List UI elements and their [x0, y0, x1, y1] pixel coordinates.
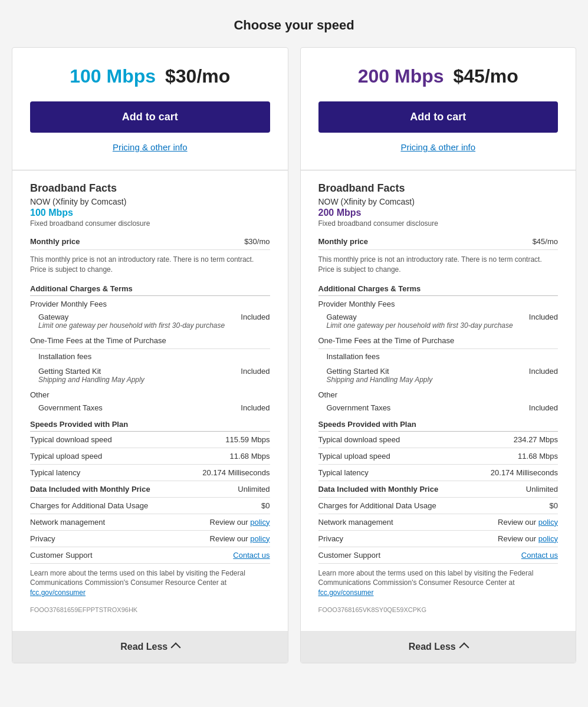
- bf-government-taxes-label-1: Government Taxes: [38, 403, 103, 412]
- bf-upload-value-1: 11.68 Mbps: [230, 452, 270, 461]
- bf-fcc-link-1[interactable]: fcc.gov/consumer: [30, 588, 86, 597]
- bf-download-row-1: Typical download speed 115.59 Mbps: [30, 432, 270, 448]
- chevron-up-icon-1: [171, 643, 181, 653]
- bf-provider-2: NOW (Xfinity by Comcast): [318, 197, 559, 206]
- bf-privacy-row-1: Privacy Review our policy: [30, 531, 270, 547]
- bf-provider-1: NOW (Xfinity by Comcast): [30, 197, 270, 206]
- bf-additional-charges-header-1: Additional Charges & Terms: [30, 279, 270, 296]
- bf-download-label-1: Typical download speed: [30, 435, 112, 444]
- bf-getting-started-row-1: Getting Started Kit Included Shipping an…: [30, 364, 270, 387]
- bf-upload-row-2: Typical upload speed 11.68 Mbps: [318, 448, 559, 465]
- bf-additional-data-label-1: Charges for Additional Data Usage: [30, 501, 148, 510]
- bf-code-1: FOOO37681659EFPPTSTROX96HK: [30, 606, 270, 613]
- bf-privacy-link-2[interactable]: policy: [538, 534, 558, 543]
- add-to-cart-button-2[interactable]: Add to cart: [318, 101, 559, 133]
- bf-other-label-1: Other: [30, 387, 270, 400]
- bf-privacy-value-2: Review our policy: [498, 534, 558, 543]
- bf-additional-data-value-1: $0: [261, 501, 270, 510]
- bf-network-label-1: Network management: [30, 518, 105, 527]
- bf-additional-data-row-2: Charges for Additional Data Usage $0: [318, 498, 559, 514]
- bf-fcc-note-2: Learn more about the terms used on this …: [318, 568, 559, 598]
- bf-monthly-price-value-1: $30/mo: [244, 237, 270, 246]
- bf-latency-value-1: 20.174 Milliseconds: [202, 468, 270, 477]
- bf-shipping-note-2: Shipping and Handling May Apply: [327, 376, 559, 384]
- bf-support-link-2[interactable]: Contact us: [521, 551, 558, 560]
- bf-support-label-2: Customer Support: [318, 551, 381, 560]
- read-less-button-1[interactable]: Read Less: [12, 631, 288, 663]
- read-less-button-2[interactable]: Read Less: [301, 631, 576, 663]
- bf-upload-label-2: Typical upload speed: [318, 452, 390, 461]
- bf-privacy-row-2: Privacy Review our policy: [318, 531, 559, 547]
- bf-government-taxes-row-1: Government Taxes Included: [30, 400, 270, 415]
- bf-network-link-2[interactable]: policy: [538, 518, 558, 527]
- bf-fcc-link-2[interactable]: fcc.gov/consumer: [318, 588, 374, 597]
- bf-government-taxes-value-2: Included: [529, 403, 558, 412]
- bf-support-row-2: Customer Support Contact us: [318, 547, 559, 564]
- chevron-up-icon-2: [459, 643, 469, 653]
- bf-speeds-header-2: Speeds Provided with Plan: [318, 415, 559, 432]
- bf-installation-fees-label-1: Installation fees: [38, 352, 270, 361]
- bf-government-taxes-row-2: Government Taxes Included: [318, 400, 559, 415]
- bf-installation-fees-row-1: Installation fees: [30, 349, 270, 364]
- bf-download-value-1: 115.59 Mbps: [225, 435, 270, 444]
- bf-network-label-2: Network management: [318, 518, 393, 527]
- bf-gateway-note-2: Limit one gateway per household with fir…: [327, 321, 559, 330]
- plan-card-2: 200 Mbps $45/mo Add to cart Pricing & ot…: [300, 47, 577, 663]
- bf-data-row-1: Data Included with Monthly Price Unlimit…: [30, 481, 270, 498]
- plans-container: 100 Mbps $30/mo Add to cart Pricing & ot…: [12, 47, 576, 663]
- bf-getting-started-row-2: Getting Started Kit Included Shipping an…: [318, 364, 559, 387]
- bf-privacy-label-1: Privacy: [30, 534, 55, 543]
- bf-additional-data-row-1: Charges for Additional Data Usage $0: [30, 498, 270, 514]
- bf-other-label-2: Other: [318, 387, 559, 400]
- bf-title-1: Broadband Facts: [30, 182, 270, 195]
- plan-top-2: 200 Mbps $45/mo Add to cart Pricing & ot…: [301, 48, 576, 170]
- bf-monthly-price-row-2: Monthly price $45/mo: [318, 234, 559, 250]
- bf-disclosure-1: Fixed broadband consumer disclosure: [30, 219, 270, 228]
- bf-gateway-value-1: Included: [241, 313, 270, 321]
- bf-installation-fees-label-2: Installation fees: [327, 352, 559, 361]
- bf-monthly-note-1: This monthly price is not an introductor…: [30, 255, 270, 275]
- bf-provider-monthly-fees-1: Provider Monthly Fees: [30, 296, 270, 310]
- bf-privacy-link-1[interactable]: policy: [250, 534, 270, 543]
- page-container: Choose your speed 100 Mbps $30/mo Add to…: [12, 12, 576, 663]
- bf-network-value-1: Review our policy: [210, 518, 270, 527]
- bf-monthly-price-row-1: Monthly price $30/mo: [30, 234, 270, 250]
- bf-speed-name-2: 200 Mbps: [318, 208, 559, 218]
- page-title: Choose your speed: [12, 12, 576, 33]
- bf-monthly-price-label-2: Monthly price: [318, 237, 369, 246]
- bf-disclosure-2: Fixed broadband consumer disclosure: [318, 219, 559, 228]
- bf-support-link-1[interactable]: Contact us: [233, 551, 270, 560]
- bf-download-value-2: 234.27 Mbps: [514, 435, 558, 444]
- bf-support-label-1: Customer Support: [30, 551, 93, 560]
- bf-latency-row-2: Typical latency 20.174 Milliseconds: [318, 465, 559, 481]
- bf-data-label-2: Data Included with Monthly Price: [318, 485, 439, 494]
- bf-monthly-note-2: This monthly price is not an introductor…: [318, 255, 559, 275]
- bf-network-row-2: Network management Review our policy: [318, 514, 559, 531]
- plan-speed-2: 200 Mbps: [358, 65, 444, 87]
- plan-card-1: 100 Mbps $30/mo Add to cart Pricing & ot…: [12, 47, 288, 663]
- bf-download-label-2: Typical download speed: [318, 435, 400, 444]
- bf-one-time-fees-label-2: One-Time Fees at the Time of Purchase: [318, 336, 455, 345]
- bf-latency-value-2: 20.174 Milliseconds: [491, 468, 558, 477]
- bf-government-taxes-value-1: Included: [241, 403, 270, 412]
- bf-additional-data-label-2: Charges for Additional Data Usage: [318, 501, 436, 510]
- add-to-cart-button-1[interactable]: Add to cart: [30, 101, 270, 133]
- bf-getting-started-value-2: Included: [529, 367, 558, 376]
- broadband-facts-1: Broadband Facts NOW (Xfinity by Comcast)…: [12, 170, 288, 631]
- bf-upload-value-2: 11.68 Mbps: [518, 452, 558, 461]
- bf-privacy-value-1: Review our policy: [210, 534, 270, 543]
- bf-title-2: Broadband Facts: [318, 182, 559, 195]
- bf-data-value-2: Unlimited: [526, 485, 558, 494]
- bf-government-taxes-label-2: Government Taxes: [327, 403, 391, 412]
- pricing-other-info-link-2[interactable]: Pricing & other info: [318, 142, 559, 152]
- bf-network-link-1[interactable]: policy: [250, 518, 270, 527]
- plan-speed-1: 100 Mbps: [70, 65, 156, 87]
- bf-data-label-1: Data Included with Monthly Price: [30, 485, 150, 494]
- broadband-facts-2: Broadband Facts NOW (Xfinity by Comcast)…: [301, 170, 576, 631]
- bf-gateway-row-1: Gateway Included Limit one gateway per h…: [30, 310, 270, 333]
- pricing-other-info-link-1[interactable]: Pricing & other info: [30, 142, 270, 152]
- bf-network-row-1: Network management Review our policy: [30, 514, 270, 531]
- bf-shipping-note-1: Shipping and Handling May Apply: [38, 376, 270, 384]
- bf-one-time-fees-label-1: One-Time Fees at the Time of Purchase: [30, 336, 166, 345]
- plan-speed-price-2: 200 Mbps $45/mo: [318, 65, 559, 87]
